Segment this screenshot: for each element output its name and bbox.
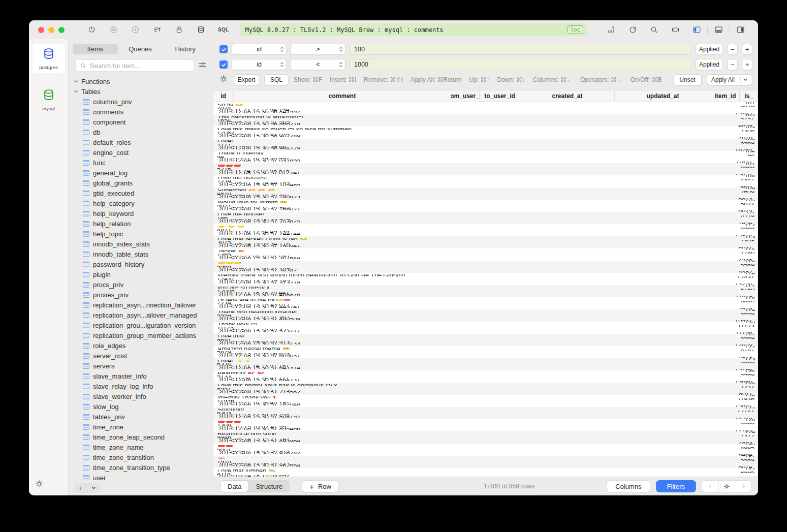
sidebar-table-item[interactable]: func: [69, 158, 213, 168]
sidebar-table-item[interactable]: columns_priv: [69, 97, 213, 107]
add-filter-button[interactable]: +: [742, 44, 752, 55]
toggle-left-panel-icon[interactable]: [692, 25, 701, 35]
column-header-updated[interactable]: updated_at: [615, 90, 711, 102]
zoom-window-button[interactable]: [58, 27, 65, 33]
sidebar-table-item[interactable]: global_grants: [69, 178, 213, 188]
unset-button[interactable]: Unset: [673, 74, 702, 85]
database-icon[interactable]: [196, 25, 205, 35]
sidebar-table-item[interactable]: plugin: [69, 269, 213, 279]
filter-enabled-checkbox[interactable]: [219, 60, 228, 69]
sidebar-table-item[interactable]: role_edges: [69, 340, 213, 351]
add-row-button[interactable]: + Row: [302, 480, 339, 492]
sidebar-table-item[interactable]: procs_priv: [69, 279, 213, 290]
column-header-from[interactable]: from_user_id: [451, 90, 480, 102]
sidebar-table-item[interactable]: user: [69, 473, 213, 480]
chart-icon[interactable]: [607, 25, 616, 35]
table-row[interactable]: 114Jacket 🔥178013652015-07-12 06:20:07.0…: [213, 248, 758, 261]
sidebar-table-item[interactable]: time_zone_leap_second: [69, 432, 213, 442]
sql-mode-icon[interactable]: SQL: [218, 27, 229, 33]
table-row[interactable]: 110Would love to! @mith 😬502750272015-08…: [213, 200, 758, 212]
sidebar-table-item[interactable]: slave_worker_info: [69, 391, 213, 401]
table-row[interactable]: 115💛💛💛556959692015-09-13 14:44:32.209201…: [213, 261, 758, 273]
table-row[interactable]: 112🌟 🌟 🌟556948772015-11-30 12:54:49.7352…: [213, 224, 758, 236]
sidebar-table-item[interactable]: time_zone_transition_type: [69, 462, 213, 473]
table-row[interactable]: 103Love this dress so much 😍 so nice for…: [213, 127, 758, 139]
next-page-button[interactable]: [735, 481, 751, 492]
sidebar-table-item[interactable]: time_zone_transition: [69, 452, 213, 462]
disconnect-icon[interactable]: [109, 25, 118, 35]
table-row[interactable]: 107❤️❤️❤️556952162015-11-24 22:02:58.828…: [213, 163, 758, 175]
target-icon[interactable]: [131, 25, 140, 35]
tree-section-functions[interactable]: Functions: [69, 76, 213, 86]
sidebar-table-item[interactable]: help_category: [69, 198, 213, 208]
remove-filter-button[interactable]: −: [727, 59, 738, 70]
columns-button[interactable]: Columns: [607, 480, 650, 492]
table-row[interactable]: 101So fly 🙌942920242015-11-21 22:12:54.7…: [213, 102, 758, 114]
sidebar-table-item[interactable]: help_relation: [69, 218, 213, 229]
column-header-to[interactable]: to_user_id: [480, 90, 520, 102]
sidebar-table-item[interactable]: help_topic: [69, 229, 213, 239]
sidebar-table-item[interactable]: slave_master_info: [69, 371, 213, 381]
add-item-button[interactable]: +: [74, 483, 87, 493]
table-row[interactable]: 119Thank you beautiful @laurel5559555920…: [213, 309, 758, 322]
column-header-item[interactable]: item_id: [711, 90, 740, 102]
sliders-filter-icon[interactable]: [198, 60, 207, 71]
connection-mysql[interactable]: mysql: [33, 88, 65, 111]
table-row[interactable]: 126@Emily Thank you💃11936119362015-11-27…: [213, 395, 758, 407]
table-settings-gear-icon[interactable]: [718, 481, 735, 492]
search-input[interactable]: [89, 61, 190, 70]
sidebar-table-item[interactable]: engine_cost: [69, 147, 213, 158]
toggle-bottom-panel-icon[interactable]: [714, 25, 723, 35]
table-row[interactable]: 128❤️❤️❤️556973082015-10-15 10:02:47.992…: [213, 419, 758, 431]
column-header-is[interactable]: is_: [740, 90, 758, 102]
sidebar-table-item[interactable]: db: [69, 127, 213, 137]
sidebar-table-item[interactable]: comments: [69, 107, 213, 117]
table-row[interactable]: 129Beautiful action shot!737299462015-08…: [213, 431, 758, 444]
sidebar-table-item[interactable]: server_cost: [69, 351, 213, 361]
table-row[interactable]: 108Love the glasses!434772392015-08-01 1…: [213, 175, 758, 187]
sidebar-table-item[interactable]: gtid_executed: [69, 188, 213, 198]
minimize-window-button[interactable]: [48, 27, 54, 33]
table-row[interactable]: 132Love that jumper! 🐎899541182015-10-24…: [213, 468, 758, 477]
table-row[interactable]: 131🌸556979102015-08-24 21:08:52.7712015-…: [213, 456, 758, 468]
filter-column-select[interactable]: id: [232, 59, 287, 70]
table-row[interactable]: 130❤️❤️899590012015-08-07 19:43:50.92320…: [213, 444, 758, 456]
column-header-id[interactable]: id: [213, 90, 234, 102]
table-row[interactable]: 109Supercool 💥 💥 💥260948202015-09-04 09:…: [213, 187, 758, 200]
filter-column-select[interactable]: id: [232, 44, 287, 55]
table-row[interactable]: 116@emily thank you soooo much beautiful…: [213, 273, 758, 285]
table-row[interactable]: 124Beautiful!! 💕 💕556957332015-11-04 12:…: [213, 370, 758, 383]
table-row[interactable]: 117you are so pretty x8180120052015-10-1…: [213, 285, 758, 297]
table-row[interactable]: 123Love! ✨✨556963342015-11-21 14:13:57.1…: [213, 358, 758, 370]
tab-history[interactable]: History: [163, 44, 208, 54]
previous-page-button[interactable]: [702, 481, 718, 492]
table-row[interactable]: 113Love that jacket! Outfit is fab 🙌7308…: [213, 236, 758, 248]
column-header-comment[interactable]: comment: [234, 90, 451, 102]
add-filter-button[interactable]: +: [742, 59, 752, 70]
sidebar-table-item[interactable]: replication_asyn...nnection_failover: [69, 300, 213, 310]
table-row[interactable]: 121Love this!556986912015-10-22 09:42:05…: [213, 334, 758, 346]
close-window-button[interactable]: [38, 27, 44, 33]
lock-icon[interactable]: [174, 25, 183, 35]
sidebar-table-item[interactable]: component: [69, 117, 213, 127]
table-row[interactable]: 102This background is amazing😍5757165420…: [213, 114, 758, 127]
search-icon[interactable]: [649, 25, 658, 35]
filter-value-input[interactable]: [350, 59, 691, 70]
filter-applied-button[interactable]: Applied: [696, 44, 723, 55]
table-row[interactable]: 120Thank you! 😘11123111232015-10-11 13:2…: [213, 322, 758, 334]
sidebar-table-item[interactable]: innodb_table_stats: [69, 249, 213, 259]
sidebar-table-item[interactable]: servers: [69, 361, 213, 371]
sidebar-table-item[interactable]: replication_grou...iguration_version: [69, 320, 213, 330]
connection-power-icon[interactable]: [87, 25, 96, 35]
tab-structure[interactable]: Structure: [248, 481, 290, 492]
sql-button[interactable]: SQL: [264, 74, 289, 85]
filter-operator-select[interactable]: >: [291, 44, 345, 55]
connection-postgres[interactable]: postgres: [33, 44, 65, 73]
filter-settings-gear-icon[interactable]: [219, 75, 228, 85]
refresh-icon[interactable]: [628, 25, 637, 35]
sidebar-table-item[interactable]: replication_group_member_actions: [69, 330, 213, 340]
toggle-right-panel-icon[interactable]: [736, 25, 745, 35]
column-header-created[interactable]: created_at: [520, 90, 615, 102]
add-item-chevron-icon[interactable]: [87, 483, 101, 493]
sidebar-table-item[interactable]: slave_relay_log_info: [69, 381, 213, 391]
